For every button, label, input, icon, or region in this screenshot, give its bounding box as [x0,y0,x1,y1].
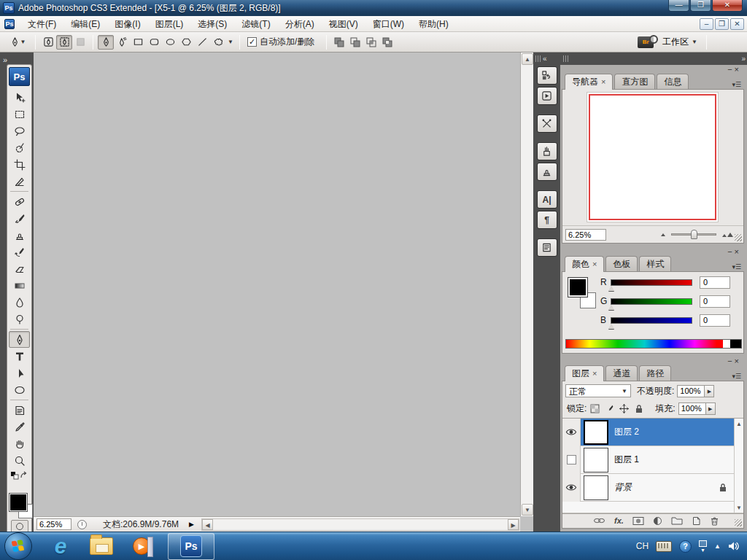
path-selection-tool[interactable] [9,365,30,381]
menu-help[interactable]: 帮助(H) [411,16,456,32]
blend-mode-select[interactable]: 正常▼ [565,384,631,397]
panel-menu-icon[interactable]: ▾☰ [732,81,741,88]
zoom-tool[interactable] [9,452,30,469]
panel-minimize-icon[interactable]: − [727,247,734,256]
start-button[interactable] [4,532,32,560]
new-layer-button[interactable] [692,516,701,526]
tab-histogram[interactable]: 直方图 [614,74,655,90]
history-brush-tool[interactable] [9,244,30,260]
slider-thumb[interactable] [608,305,614,310]
healing-brush-tool[interactable] [9,193,30,210]
link-layers-button[interactable] [593,516,605,525]
close-button[interactable]: ✕ [712,0,743,12]
tool-preset-picker[interactable]: ▼ [4,35,31,50]
panel-menu-icon[interactable]: ▾☰ [732,263,741,271]
visibility-toggle[interactable] [562,474,581,502]
green-value-field[interactable]: 0 [700,295,730,308]
collapse-chevrons-icon[interactable]: » [0,52,34,64]
tab-navigator[interactable]: 导航器× [565,74,613,90]
doc-minimize-button[interactable]: – [700,18,713,30]
notes-tool[interactable] [9,402,30,419]
doc-close-button[interactable]: ✕ [730,18,744,30]
tab-close-icon[interactable]: × [592,260,597,268]
foreground-color-swatch[interactable] [9,494,27,511]
workspace-button[interactable]: 工作区 ▼ [658,36,702,48]
new-group-button[interactable] [671,516,683,525]
navigator-zoom-slider[interactable] [671,233,716,236]
tab-swatches[interactable]: 色板 [605,256,638,272]
slice-tool[interactable] [9,173,30,190]
doc-restore-button[interactable]: ❐ [715,18,729,30]
dock-grip[interactable] [563,55,568,62]
scroll-right-arrow[interactable]: ▶ [508,519,519,530]
character-panel-button[interactable]: A| [537,190,557,209]
dock-grip[interactable] [535,55,541,62]
tab-close-icon[interactable]: × [601,77,605,86]
subtract-from-path-area-button[interactable] [347,35,363,50]
maximize-button[interactable]: ❐ [690,0,711,12]
spectrum-black[interactable] [730,340,741,348]
lock-pixels-button[interactable] [603,403,616,414]
tray-expand-arrow[interactable]: ▲ [714,542,721,550]
fill-pixels-mode-button[interactable] [72,35,88,50]
layer-thumbnail[interactable] [584,475,608,500]
go-to-bridge-button[interactable]: Br [633,35,658,50]
visibility-toggle[interactable] [562,419,581,446]
opacity-field[interactable]: 100% [677,385,705,397]
navigator-view-box[interactable] [589,94,716,220]
line-tool-button[interactable] [194,35,210,50]
layer-row-2[interactable]: 图层 2 [562,419,735,446]
history-panel-button[interactable] [537,66,557,85]
paths-mode-button[interactable] [56,35,72,50]
taskbar-photoshop-active[interactable]: Ps [168,533,214,560]
ellipse-tool-button[interactable] [162,35,178,50]
scroll-up-arrow[interactable]: ▲ [522,53,533,65]
actions-panel-button[interactable] [537,87,557,105]
layer-thumbnail[interactable] [584,420,608,445]
adjustment-layer-button[interactable] [653,516,662,526]
layer-name[interactable]: 背景 [614,481,632,494]
dodge-tool[interactable] [9,311,30,327]
intersect-path-areas-button[interactable] [363,35,379,50]
taskbar-media-player[interactable]: ▶ [130,534,155,559]
fill-spinner[interactable]: ▶ [706,402,716,415]
help-tray-icon[interactable]: ? [679,540,692,553]
taskbar-explorer[interactable] [89,534,114,559]
opacity-spinner[interactable]: ▶ [705,385,714,397]
freeform-pen-tool-button[interactable] [114,35,130,50]
lock-position-button[interactable] [618,403,630,414]
visibility-toggle[interactable] [562,446,581,474]
taskbar-internet-explorer[interactable]: e [48,534,73,559]
polygon-tool-button[interactable] [178,35,194,50]
scroll-down-arrow[interactable]: ▼ [736,505,742,511]
expand-dock-chevrons-icon[interactable]: » [741,55,744,63]
tool-presets-panel-button[interactable] [537,114,557,133]
menu-select[interactable]: 选择(S) [190,16,234,32]
menu-window[interactable]: 窗口(W) [365,16,411,32]
exclude-path-areas-button[interactable] [379,35,395,50]
scroll-up-arrow[interactable]: ▲ [736,421,742,427]
pen-tool[interactable] [9,331,30,348]
status-menu-arrow[interactable]: ▶ [189,521,194,528]
tab-close-icon[interactable]: × [592,369,597,378]
scroll-left-arrow[interactable]: ◀ [202,519,213,530]
menu-layer[interactable]: 图层(L) [148,16,191,32]
layer-row-1[interactable]: 图层 1 [562,446,735,474]
eraser-tool[interactable] [9,260,30,277]
tab-info[interactable]: 信息 [657,74,689,90]
minimize-button[interactable]: — [668,0,689,12]
menu-analysis[interactable]: 分析(A) [278,16,322,32]
pen-tool-button[interactable] [98,35,114,50]
resize-grip[interactable] [735,519,742,526]
red-value-field[interactable]: 0 [700,276,730,289]
layer-thumbnail[interactable] [584,448,608,472]
panel-close-icon[interactable]: × [735,357,741,365]
panel-menu-icon[interactable]: ▾☰ [732,373,741,380]
auto-add-delete-checkbox[interactable]: ✓ [247,37,257,47]
quick-selection-tool[interactable] [9,139,30,156]
panel-minimize-icon[interactable]: − [727,357,734,365]
panel-close-icon[interactable]: × [735,65,741,74]
swap-colors-icon[interactable] [9,470,30,481]
navigator-preview[interactable] [587,92,719,222]
language-indicator[interactable]: CH [636,541,649,551]
